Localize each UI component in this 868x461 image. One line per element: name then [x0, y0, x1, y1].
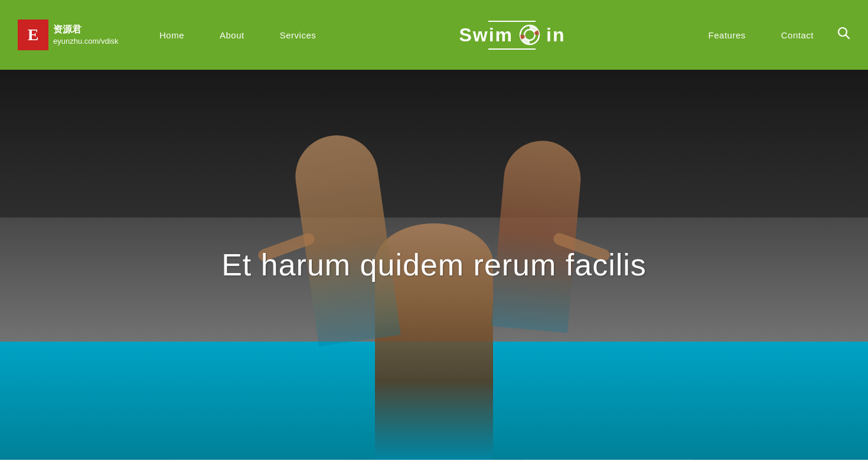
hero-section: Et harum quidem rerum facilis — [0, 70, 868, 460]
nav-right-links: Features Contact — [709, 30, 814, 40]
nav-home[interactable]: Home — [159, 30, 184, 40]
search-icon — [837, 27, 850, 40]
site-logo-left[interactable]: E 资源君 eyunzhu.com/vdisk — [18, 20, 136, 50]
hero-headline: Et harum quidem rerum facilis — [221, 247, 647, 283]
logo-top-bar — [488, 21, 536, 22]
lifesaver-icon — [519, 24, 540, 46]
nav-about[interactable]: About — [220, 30, 244, 40]
nav-left-links: Home About Services — [159, 30, 316, 40]
svg-line-3 — [846, 35, 850, 39]
nav-services[interactable]: Services — [280, 30, 316, 40]
nav-contact[interactable]: Contact — [781, 30, 814, 40]
site-name-swim: Swim — [459, 24, 513, 46]
nav-features[interactable]: Features — [709, 30, 746, 40]
logo-brand-url: eyunzhu.com/vdisk — [53, 36, 119, 47]
logo-letter: E — [28, 25, 39, 44]
navbar: E 资源君 eyunzhu.com/vdisk Home About Servi… — [0, 0, 868, 70]
nav-center: Home About Services Swim in — [136, 21, 837, 50]
logo-text-block: 资源君 eyunzhu.com/vdisk — [53, 23, 119, 47]
logo-bottom-bar — [488, 48, 536, 50]
site-logo-center[interactable]: Swim in — [459, 21, 565, 50]
logo-title-row: Swim in — [459, 24, 565, 46]
site-name-in: in — [546, 24, 565, 46]
logo-letter-box: E — [18, 20, 48, 50]
search-button[interactable] — [837, 27, 850, 43]
logo-brand-zh: 资源君 — [53, 23, 119, 36]
